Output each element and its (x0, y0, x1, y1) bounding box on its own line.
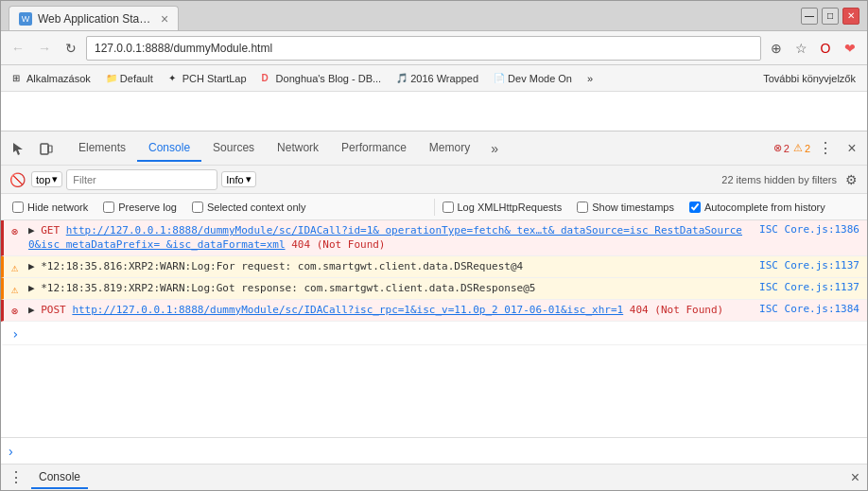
minimize-button[interactable]: — (801, 8, 818, 25)
tab-elements[interactable]: Elements (67, 135, 137, 162)
error-icon-1: ⊗ (11, 225, 26, 238)
console-input[interactable] (19, 445, 859, 457)
browser-tab[interactable]: W Web Application Starter × (9, 6, 179, 30)
window-controls: — □ ✕ (801, 8, 859, 25)
gear-button[interactable]: ⚙ (841, 169, 861, 190)
refresh-button[interactable]: ↻ (60, 37, 82, 60)
nav-bar: ← → ↻ ⊕ ☆ O ❤ (1, 31, 867, 65)
bookmark-extra[interactable]: További könyvjelzők (757, 71, 861, 86)
bookmark-apps[interactable]: ⊞ Alkalmazások (7, 71, 96, 86)
expand-arrow-1[interactable]: ▶ (28, 224, 35, 237)
footer-tab-label: Console (39, 470, 80, 483)
main-content: Elements Console Sources Network Perform… (1, 92, 867, 490)
cursor-icon (10, 141, 26, 156)
options-divider (434, 199, 435, 216)
bookmark-default-label: Default (120, 73, 153, 84)
prompt-icon: › (11, 326, 26, 342)
console-message-4: ⊗ ▶ POST http://127.0.0.1:8888/dummyModu… (1, 300, 867, 322)
console-toolbar: 🚫 top ▾ Info ▾ 22 items hidden by filter… (1, 166, 867, 194)
warn-badge: ⚠ 2 (793, 142, 810, 154)
warn-icon: ⚠ (793, 142, 803, 154)
tab-memory[interactable]: Memory (418, 135, 481, 162)
star-button[interactable]: ☆ (790, 37, 812, 60)
log-xmlhttp-option[interactable]: Log XMLHttpRequests (443, 202, 563, 213)
tab-console[interactable]: Console (137, 135, 201, 162)
hide-network-option[interactable]: Hide network (12, 202, 88, 213)
device-icon (39, 141, 54, 156)
preserve-log-label: Preserve log (118, 202, 177, 213)
hide-network-checkbox[interactable] (12, 202, 24, 213)
hide-network-label: Hide network (27, 202, 88, 213)
selected-context-checkbox[interactable] (192, 202, 203, 213)
forward-button[interactable]: → (33, 37, 56, 60)
bookmark-2016-label: 2016 Wrapped (410, 73, 478, 84)
message-source-2[interactable]: ISC Core.js:1137 (752, 259, 859, 272)
message-content-4: ▶ POST http://127.0.0.1:8888/dummyModule… (28, 303, 752, 317)
svg-rect-1 (48, 146, 52, 152)
tab-performance[interactable]: Performance (330, 135, 418, 162)
music-icon: 🎵 (396, 73, 408, 84)
tab-sources[interactable]: Sources (201, 135, 266, 162)
autocomplete-label: Autocomplete from history (704, 202, 825, 213)
bookmark-2016[interactable]: 🎵 2016 Wrapped (391, 71, 484, 86)
address-bar[interactable] (86, 36, 761, 61)
bookmark-pch[interactable]: ✦ PCH StartLap (163, 71, 252, 86)
clear-console-button[interactable]: 🚫 (7, 169, 27, 190)
message-source-1[interactable]: ISC Core.js:1386 (752, 223, 859, 236)
expand-arrow-2[interactable]: ▶ (28, 260, 35, 272)
expand-arrow-4[interactable]: ▶ (28, 304, 35, 316)
show-timestamps-option[interactable]: Show timestamps (577, 202, 674, 213)
preserve-log-option[interactable]: Preserve log (103, 202, 177, 213)
message-source-4[interactable]: ISC Core.js:1384 (752, 303, 859, 315)
page-area (1, 92, 867, 131)
preserve-log-checkbox[interactable] (103, 202, 114, 213)
bookmarks-bar: ⊞ Alkalmazások 📁 Default ✦ PCH StartLap … (1, 65, 867, 92)
bookmark-button[interactable]: ⊕ (765, 37, 788, 60)
autocomplete-checkbox[interactable] (689, 202, 701, 213)
selected-context-option[interactable]: Selected context only (192, 202, 306, 213)
message-content-2: ▶ *12:18:35.816:XRP2:WARN:Log:For reques… (28, 259, 752, 273)
devtools-menu-button[interactable]: ⋮ (814, 137, 837, 160)
back-button[interactable]: ← (7, 37, 29, 60)
context-selector[interactable]: top ▾ (31, 171, 62, 187)
devtools-panel: Elements Console Sources Network Perform… (1, 131, 867, 490)
folder-icon: 📁 (106, 73, 117, 84)
more-tabs-button[interactable]: » (481, 135, 508, 162)
filter-input[interactable] (66, 169, 217, 190)
console-options: Hide network Preserve log Selected conte… (1, 194, 867, 220)
close-button[interactable]: ✕ (842, 8, 859, 25)
bookmark-devmode-label: Dev Mode On (508, 73, 572, 84)
message-content-3: ▶ *12:18:35.819:XRP2:WARN:Log:Got respon… (28, 281, 752, 295)
message-source-3[interactable]: ISC Core.js:1137 (752, 281, 859, 293)
bookmark-more[interactable]: » (582, 71, 599, 86)
bookmark-devmode[interactable]: 📄 Dev Mode On (488, 71, 578, 86)
console-message-1: ⊗ ▶ GET http://127.0.0.1:8888/dummyModul… (1, 220, 867, 256)
footer-close-button[interactable]: × (851, 469, 859, 486)
autocomplete-option[interactable]: Autocomplete from history (689, 202, 825, 213)
device-toolbar-button[interactable] (33, 135, 60, 162)
tab-close-button[interactable]: × (161, 11, 168, 26)
tab-network[interactable]: Network (266, 135, 330, 162)
donghua-icon: D (262, 73, 273, 84)
devtools-close-button[interactable]: × (841, 137, 863, 160)
context-label: top (36, 174, 50, 185)
footer-more-button[interactable]: ⋮ (9, 468, 24, 486)
bookmark-donghua[interactable]: D Donghua's Blog - DB... (256, 71, 388, 86)
bookmark-pch-label: PCH StartLap (182, 73, 247, 84)
inspect-element-button[interactable] (5, 135, 31, 162)
show-timestamps-checkbox[interactable] (577, 202, 588, 213)
level-selector[interactable]: Info ▾ (221, 171, 255, 187)
error-icon: ⊗ (773, 142, 782, 154)
menu-button[interactable]: ❤ (839, 37, 861, 60)
devmode-icon: 📄 (494, 73, 505, 84)
maximize-button[interactable]: □ (822, 8, 839, 25)
devtools-tabs: Elements Console Sources Network Perform… (67, 135, 508, 162)
browser-window: W Web Application Starter × — □ ✕ ← → ↻ … (0, 0, 868, 491)
footer-console-tab[interactable]: Console (31, 466, 88, 489)
bookmark-default[interactable]: 📁 Default (100, 71, 159, 86)
expand-arrow-3[interactable]: ▶ (28, 282, 35, 294)
opera-button[interactable]: O (814, 37, 837, 60)
bookmark-extra-label: További könyvjelzők (763, 73, 856, 84)
log-xmlhttp-checkbox[interactable] (443, 202, 454, 213)
tab-favicon: W (19, 12, 32, 26)
